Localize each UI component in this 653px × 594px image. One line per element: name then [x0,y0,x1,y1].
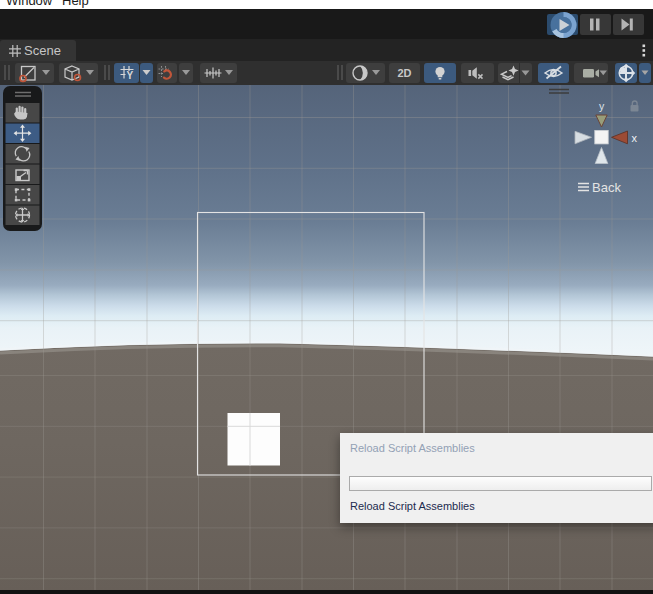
svg-text:x: x [632,132,638,144]
svg-text:Y: Y [127,70,134,81]
svg-text:Back: Back [592,180,621,195]
svg-text:y: y [599,100,605,112]
